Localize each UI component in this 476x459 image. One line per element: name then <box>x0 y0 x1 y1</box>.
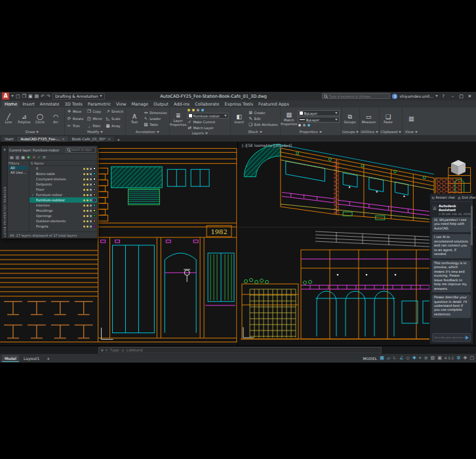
workspace-switching-icon[interactable]: ⚙ <box>456 356 460 361</box>
end-chat-icon[interactable]: ⊘ <box>458 196 461 200</box>
workspace-switcher[interactable]: Drafting & Annotation <box>52 93 105 100</box>
trim-button[interactable]: ✂Trim <box>66 122 84 129</box>
file-tab-close-icon[interactable]: × <box>62 137 65 141</box>
list-mini-icon[interactable] <box>307 124 310 127</box>
layers-panel-label[interactable]: Layers <box>170 130 229 135</box>
palette-spine[interactable]: ✕ LAYER PROPERTIES MANAGER <box>2 146 8 238</box>
filter-all[interactable]: All <box>9 166 28 170</box>
restart-chat-icon[interactable]: ⟲ <box>431 196 435 200</box>
layer-row[interactable]: Pergola <box>30 224 97 229</box>
layer-lock-icon[interactable] <box>90 215 92 217</box>
tab-express-tools[interactable]: Express Tools <box>222 101 256 108</box>
layer-on-icon[interactable] <box>188 109 190 111</box>
table-button[interactable]: ▤Table <box>143 122 168 127</box>
layer-freeze-icon[interactable] <box>192 109 195 111</box>
print-icon[interactable]: ▤ <box>35 94 39 99</box>
tab-featured-apps[interactable]: Featured Apps <box>256 101 292 108</box>
help-icon[interactable]: ? <box>440 94 446 99</box>
arc-button[interactable]: ◠ Arc <box>49 108 63 129</box>
minimize-icon[interactable]: – <box>448 94 457 99</box>
filter-all-used-layers[interactable]: All Used Layers <box>9 170 28 174</box>
color-dropdown[interactable]: ByLayer <box>298 110 340 116</box>
layer-color-swatch[interactable] <box>93 188 96 191</box>
tab-manage[interactable]: Manage <box>129 101 151 108</box>
layer-isolate-icon[interactable] <box>201 109 204 111</box>
layer-color-swatch[interactable] <box>93 204 96 207</box>
array-button[interactable]: ▦Array <box>105 122 124 129</box>
layer-lock-icon[interactable] <box>90 178 92 180</box>
tab-parametric[interactable]: Parametric <box>85 101 113 108</box>
tab-annotate[interactable]: Annotate <box>37 101 62 108</box>
layer-row[interactable]: Floor <box>30 187 97 192</box>
isodraft-icon[interactable]: ◇ <box>407 356 410 361</box>
file-tab-start[interactable]: Start <box>1 136 16 142</box>
linetype-dropdown[interactable]: ByLayer <box>298 117 340 123</box>
layer-freeze-icon[interactable] <box>87 189 89 191</box>
command-line[interactable]: ⚙ > <box>98 347 382 353</box>
layer-freeze-icon[interactable] <box>87 220 89 222</box>
layer-freeze-icon[interactable] <box>87 215 89 217</box>
layer-on-icon[interactable] <box>83 184 85 186</box>
measure-button[interactable]: ▭ Measure <box>361 108 376 129</box>
layer-freeze-icon[interactable] <box>87 168 89 170</box>
command-input[interactable] <box>109 348 379 352</box>
polar-tracking-icon[interactable]: ∠ <box>399 356 403 361</box>
add-layout-button[interactable]: + <box>44 355 52 362</box>
layer-color-swatch[interactable] <box>93 220 96 222</box>
move-button[interactable]: ✛Move <box>66 108 84 115</box>
annotation-monitor-icon[interactable]: ✚ <box>464 356 467 361</box>
clipboard-panel-label[interactable]: Clipboard <box>380 129 401 135</box>
set-current-icon[interactable]: ✓ <box>37 155 41 159</box>
utilities-panel-label[interactable]: Utilities <box>361 129 378 135</box>
layer-on-icon[interactable] <box>83 178 85 180</box>
leader-button[interactable]: ↖Leader <box>143 116 168 121</box>
block-panel-label[interactable]: Block <box>231 129 279 135</box>
layer-color-swatch[interactable] <box>93 225 96 228</box>
selection-cycling-icon[interactable]: ▣ <box>437 356 442 361</box>
layer-row-current[interactable]: ✓Furniture-indoor <box>30 192 97 197</box>
restart-chat-button[interactable]: Restart chat <box>436 196 455 199</box>
line-button[interactable]: ╱ Line <box>1 108 16 129</box>
layer-on-icon[interactable] <box>83 226 85 228</box>
viewcube[interactable] <box>450 159 467 178</box>
layer-lock-icon[interactable] <box>90 199 92 201</box>
tab-insert[interactable]: Insert <box>20 101 37 108</box>
layer-lock-icon[interactable] <box>90 168 92 170</box>
edit-block-button[interactable]: ✎Edit <box>248 116 279 121</box>
layer-freeze-icon[interactable] <box>87 210 89 212</box>
layer-freeze-icon[interactable] <box>87 173 89 175</box>
tab-3d-tools[interactable]: 3D Tools <box>62 101 85 108</box>
fillet-button[interactable]: ◞Fillet <box>86 122 103 129</box>
layer-color-swatch[interactable] <box>93 199 96 201</box>
layer-on-icon[interactable] <box>83 194 85 196</box>
chat-scrollbar[interactable] <box>471 203 473 330</box>
layer-row[interactable]: Courtyard-shelves <box>30 176 97 182</box>
layer-freeze-icon[interactable] <box>87 184 89 186</box>
new-file-icon[interactable]: ▢ <box>16 94 20 99</box>
layer-on-icon[interactable] <box>83 199 85 201</box>
groups-button[interactable]: ⧉ Groups <box>343 108 357 129</box>
restore-icon[interactable]: ▢ <box>457 94 466 99</box>
layer-freeze-icon[interactable] <box>87 199 89 201</box>
file-tab-drawing-2[interactable]: Book-Cafe_01_3D*× <box>69 136 114 142</box>
model-space-label[interactable]: MODEL <box>363 357 377 361</box>
layer-color-swatch[interactable] <box>93 209 96 212</box>
layer-dropdown[interactable]: Furniture-indoor <box>187 113 229 119</box>
layer-row[interactable]: Outdoor-elements <box>30 218 97 224</box>
layer-color-swatch[interactable] <box>93 178 96 180</box>
tab-add-ins[interactable]: Add-ins <box>171 101 192 108</box>
annotation-panel-label[interactable]: Annotation <box>127 129 169 135</box>
layout1-tab[interactable]: Layout1 <box>21 355 42 362</box>
layer-freeze-icon[interactable] <box>87 205 89 207</box>
user-avatar[interactable]: S <box>392 94 397 99</box>
polyline-button[interactable]: ⊿ Polyline <box>17 108 31 129</box>
layer-on-icon[interactable] <box>83 173 85 175</box>
layer-lock-icon[interactable] <box>90 184 92 186</box>
mirror-button[interactable]: ◫Mirror <box>86 115 103 123</box>
layer-lock-icon[interactable] <box>90 189 92 191</box>
send-icon[interactable] <box>466 336 469 340</box>
command-customize-icon[interactable]: ⚙ <box>101 348 104 352</box>
layer-freeze-icon[interactable] <box>87 194 89 196</box>
layer-lock-icon[interactable] <box>90 220 92 222</box>
groups-panel-label[interactable]: Groups <box>342 129 359 135</box>
